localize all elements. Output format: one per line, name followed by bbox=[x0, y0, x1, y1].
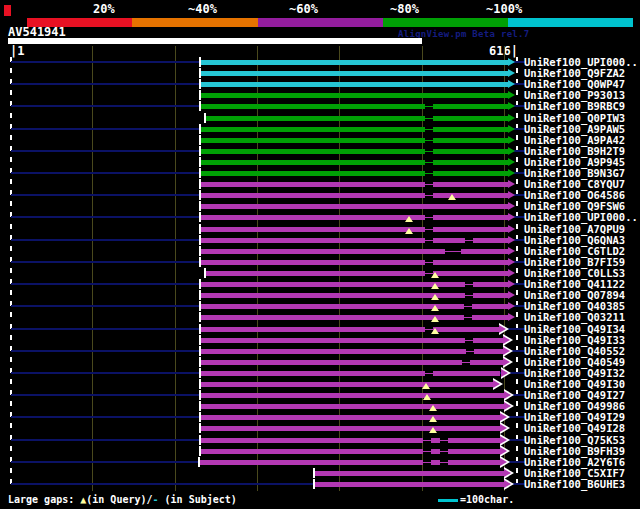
alignment-bar[interactable] bbox=[314, 482, 504, 487]
subject-gap-line bbox=[453, 251, 461, 252]
alignment-bar[interactable] bbox=[200, 82, 508, 87]
alignment-start-tick bbox=[313, 479, 315, 489]
gridline bbox=[422, 46, 423, 491]
alignment-start-tick bbox=[199, 90, 201, 100]
hit-label[interactable]: UniRef100_Q0PIW3 bbox=[524, 113, 625, 124]
alignment-start-tick bbox=[199, 412, 201, 422]
subject-gap-line bbox=[440, 440, 448, 441]
alignment-bar[interactable] bbox=[200, 371, 500, 376]
alignment-bar[interactable] bbox=[200, 238, 508, 243]
hit-label[interactable]: UniRef100_Q49I34 bbox=[524, 324, 625, 335]
subject-gap-line bbox=[425, 140, 433, 141]
alignment-start-tick bbox=[313, 468, 315, 478]
arrow-right-icon bbox=[508, 202, 515, 210]
subject-gap-line bbox=[425, 162, 433, 163]
alignment-bar[interactable] bbox=[200, 282, 508, 287]
alignment-start-tick bbox=[199, 146, 201, 156]
alignment-bar[interactable] bbox=[200, 315, 508, 320]
alignment-bar[interactable] bbox=[200, 360, 503, 365]
arrow-right-inner bbox=[500, 413, 507, 421]
arrow-right-inner bbox=[503, 347, 510, 355]
alignment-bar[interactable] bbox=[205, 116, 508, 121]
arrow-right-inner bbox=[503, 358, 510, 366]
arrow-right-icon bbox=[508, 102, 515, 110]
subject-gap-line bbox=[464, 317, 472, 318]
gaps-legend-subject-part: (in Subject) bbox=[159, 494, 237, 505]
hit-label[interactable]: UniRef100_Q49I33 bbox=[524, 335, 625, 346]
alignment-start-tick bbox=[199, 57, 201, 67]
query-gap-marker bbox=[431, 305, 439, 311]
arrow-right-icon bbox=[508, 69, 515, 77]
alignment-bar[interactable] bbox=[200, 182, 508, 187]
alignment-bar[interactable] bbox=[200, 327, 499, 332]
alignment-bar[interactable] bbox=[205, 271, 508, 276]
alignment-bar[interactable] bbox=[200, 60, 508, 65]
gridline bbox=[92, 46, 93, 491]
alignment-bar[interactable] bbox=[200, 138, 508, 143]
arrow-right-inner bbox=[503, 336, 510, 344]
alignment-bar[interactable] bbox=[200, 204, 508, 209]
alignment-bar[interactable] bbox=[200, 227, 508, 232]
alignment-start-tick bbox=[199, 401, 201, 411]
hit-label[interactable]: UniRef100_Q03211 bbox=[524, 312, 625, 323]
scale-segment-purple bbox=[258, 18, 383, 27]
subject-gap-line bbox=[465, 240, 473, 241]
arrow-right-icon bbox=[508, 258, 515, 266]
hit-label[interactable]: UniRef100_B6UHE3 bbox=[524, 479, 625, 490]
alignment-start-tick bbox=[199, 435, 201, 445]
hit-label[interactable]: UniRef100_Q75K53 bbox=[524, 435, 625, 446]
alignment-bar[interactable] bbox=[200, 171, 508, 176]
alignment-bar[interactable] bbox=[200, 127, 508, 132]
alignment-bar[interactable] bbox=[199, 460, 499, 465]
alignment-start-tick bbox=[199, 446, 201, 456]
alignment-bar[interactable] bbox=[200, 449, 500, 454]
alignment-bar[interactable] bbox=[200, 338, 503, 343]
alignment-bar[interactable] bbox=[200, 149, 508, 154]
alignment-bar[interactable] bbox=[200, 160, 508, 165]
alignment-bar[interactable] bbox=[200, 404, 504, 409]
subject-gap-line bbox=[425, 262, 433, 263]
alignment-bar[interactable] bbox=[200, 438, 500, 443]
alignment-bar[interactable] bbox=[314, 471, 504, 476]
subject-gap-line bbox=[423, 440, 431, 441]
scale-segment-orange bbox=[132, 18, 258, 27]
subject-gap-line bbox=[423, 462, 431, 463]
arrow-right-icon bbox=[508, 247, 515, 255]
alignment-bar[interactable] bbox=[200, 104, 508, 109]
alignment-start-tick bbox=[199, 301, 201, 311]
hit-label[interactable]: UniRef100_Q49I28 bbox=[524, 423, 625, 434]
query-gap-marker bbox=[429, 416, 437, 422]
query-gap-marker bbox=[448, 194, 456, 200]
subject-gap-line bbox=[466, 351, 474, 352]
alignment-bar[interactable] bbox=[200, 71, 508, 76]
arrow-right-icon bbox=[508, 80, 515, 88]
query-gap-marker bbox=[431, 328, 439, 334]
scale-label-100: ~100% bbox=[486, 3, 522, 16]
alignment-bar[interactable] bbox=[200, 349, 503, 354]
alignment-bar[interactable] bbox=[200, 382, 493, 387]
alignment-bar[interactable] bbox=[200, 193, 508, 198]
query-gap-marker bbox=[431, 272, 439, 278]
alignment-bar[interactable] bbox=[200, 93, 508, 98]
alignment-bar[interactable] bbox=[200, 249, 508, 254]
subject-gap-line bbox=[464, 306, 472, 307]
alignment-bar[interactable] bbox=[200, 260, 508, 265]
alignment-bar[interactable] bbox=[200, 426, 500, 431]
query-gap-marker bbox=[429, 405, 437, 411]
arrow-right-inner bbox=[500, 447, 507, 455]
alignment-bar[interactable] bbox=[200, 293, 508, 298]
hit-label[interactable]: UniRef100_A9PAW5 bbox=[524, 124, 625, 135]
hit-label[interactable]: UniRef100_B9RBC9 bbox=[524, 101, 625, 112]
arrow-right-icon bbox=[508, 213, 515, 221]
subject-gap-line bbox=[425, 151, 433, 152]
query-gap-marker bbox=[423, 394, 431, 400]
hit-label[interactable]: UniRef100_UPI000.. bbox=[524, 212, 638, 223]
arrow-right-icon bbox=[508, 125, 515, 133]
alignment-bar[interactable] bbox=[200, 393, 504, 398]
alignment-bar[interactable] bbox=[200, 415, 500, 420]
hit-label[interactable]: UniRef100_A7QPU9 bbox=[524, 224, 625, 235]
alignment-bar[interactable] bbox=[200, 304, 508, 309]
query-gap-marker bbox=[431, 283, 439, 289]
gaps-legend-query-part: (in Query)/ bbox=[86, 494, 152, 505]
alignment-bar[interactable] bbox=[200, 215, 508, 220]
